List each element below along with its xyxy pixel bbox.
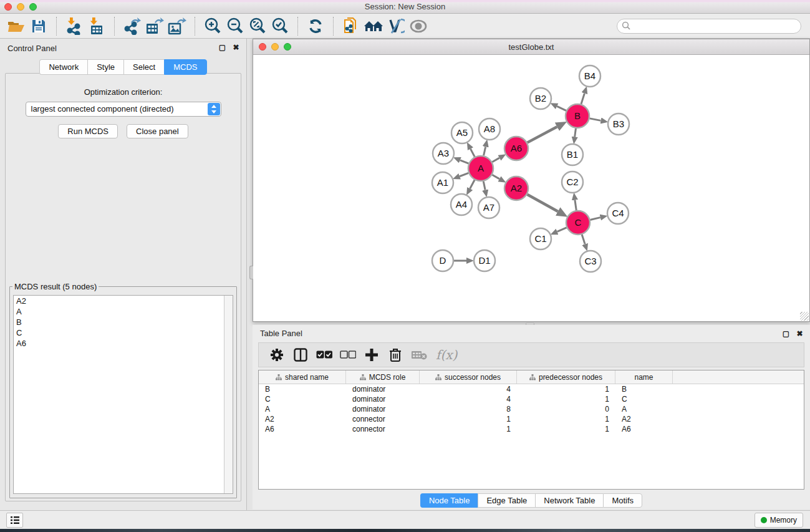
hide-labels-button[interactable] <box>385 16 407 37</box>
tab-style[interactable]: Style <box>87 59 123 75</box>
edge-A2-C[interactable] <box>527 195 557 211</box>
edge-A-A3[interactable] <box>460 160 469 163</box>
network-window-titlebar[interactable]: testGlobe.txt <box>253 39 809 55</box>
edge-A-A8[interactable] <box>484 147 486 155</box>
delete-table-button[interactable] <box>408 344 430 365</box>
task-history-button[interactable] <box>6 513 23 528</box>
table-cell[interactable]: A2 <box>259 415 346 423</box>
table-cell[interactable]: dominator <box>346 385 420 394</box>
node-C4[interactable]: C4 <box>607 203 629 224</box>
float-panel-icon[interactable]: ▢ <box>218 44 226 52</box>
table-cell[interactable]: connector <box>346 415 420 423</box>
table-row[interactable]: Bdominator41B <box>259 384 804 394</box>
table-cell[interactable]: 8 <box>420 405 517 414</box>
result-item[interactable]: C <box>14 327 233 338</box>
optimization-criterion-select[interactable]: largest connected component (directed) <box>26 102 221 117</box>
edge-B-B2[interactable] <box>557 106 566 110</box>
node-A8[interactable]: A8 <box>479 118 500 140</box>
new-session-from-network-button[interactable] <box>340 16 362 37</box>
table-cell[interactable]: 4 <box>420 395 517 404</box>
tool-palette-handle[interactable] <box>249 266 253 279</box>
edge-C-C2[interactable] <box>575 200 576 210</box>
home-button[interactable] <box>362 16 385 37</box>
zoom-fit-button[interactable] <box>246 16 269 37</box>
table-settings-button[interactable] <box>266 344 287 365</box>
table-cell[interactable]: B <box>615 385 673 394</box>
table-cell[interactable]: 1 <box>517 415 615 423</box>
result-item[interactable]: A <box>14 306 233 317</box>
column-header-shared-name[interactable]: shared name <box>259 370 346 384</box>
scrollbar-track[interactable] <box>224 296 233 493</box>
node-A6[interactable]: A6 <box>504 137 528 160</box>
node-A2[interactable]: A2 <box>504 177 528 200</box>
close-panel-icon[interactable]: ✖ <box>796 330 804 338</box>
save-session-button[interactable] <box>27 16 50 37</box>
refresh-button[interactable] <box>304 16 327 37</box>
split-panel-button[interactable] <box>290 344 311 365</box>
select-all-columns-button[interactable] <box>314 344 335 365</box>
node-A[interactable]: A <box>468 156 493 181</box>
table-row[interactable]: A2connector11A2 <box>259 414 804 424</box>
table-cell[interactable]: A <box>615 405 673 414</box>
edge-A-A5[interactable] <box>471 149 475 157</box>
edge-A-A6[interactable] <box>492 158 499 162</box>
edge-A-A4[interactable] <box>470 180 475 189</box>
table-row[interactable]: Cdominator41C <box>259 394 804 404</box>
table-cell[interactable]: dominator <box>346 395 420 404</box>
zoom-out-button[interactable] <box>224 16 246 37</box>
table-cell[interactable]: 1 <box>517 385 615 394</box>
close-panel-icon[interactable]: ✖ <box>232 44 240 52</box>
result-item[interactable]: A6 <box>14 338 233 349</box>
zoom-selected-button[interactable] <box>269 16 291 37</box>
export-table-button[interactable] <box>143 16 166 37</box>
node-D1[interactable]: D1 <box>474 250 495 271</box>
table-cell[interactable]: C <box>259 395 346 404</box>
edge-A-A2[interactable] <box>492 175 499 179</box>
run-mcds-button[interactable]: Run MCDS <box>58 124 118 138</box>
show-graphics-details-button[interactable] <box>407 16 430 37</box>
node-C1[interactable]: C1 <box>530 228 551 249</box>
table-cell[interactable]: 4 <box>420 385 517 394</box>
table-cell[interactable]: A <box>259 405 346 414</box>
window-resize-grip[interactable] <box>800 312 809 321</box>
node-B2[interactable]: B2 <box>530 88 551 109</box>
tab-network-table[interactable]: Network Table <box>535 493 603 508</box>
table-cell[interactable]: 1 <box>420 415 517 423</box>
tab-select[interactable]: Select <box>123 59 164 75</box>
tab-mcds[interactable]: MCDS <box>164 59 206 75</box>
open-session-button[interactable] <box>5 16 27 37</box>
mcds-result-list[interactable]: A2ABCA6 <box>13 295 233 494</box>
add-column-button[interactable] <box>361 344 382 365</box>
tab-motifs[interactable]: Motifs <box>603 493 642 508</box>
edge-A6-B[interactable] <box>528 127 557 142</box>
node-table[interactable]: shared nameMCDS rolesuccessor nodesprede… <box>258 370 804 490</box>
edge-B-B3[interactable] <box>590 118 601 121</box>
edge-A-A1[interactable] <box>460 173 468 176</box>
table-cell[interactable]: connector <box>346 425 420 433</box>
zoom-in-button[interactable] <box>201 16 224 37</box>
table-cell[interactable]: A6 <box>259 425 346 433</box>
node-A4[interactable]: A4 <box>451 194 472 215</box>
network-canvas[interactable]: B4B2BB3A8A5A6A3B1AC2A1A2A4A7C4CC1DD1C3 <box>254 56 809 321</box>
edge-B-B1[interactable] <box>575 128 576 137</box>
node-C3[interactable]: C3 <box>580 251 601 272</box>
table-cell[interactable]: C <box>615 395 673 404</box>
table-cell[interactable]: B <box>259 385 346 394</box>
table-cell[interactable]: 1 <box>517 395 615 404</box>
close-panel-button[interactable]: Close panel <box>127 124 188 138</box>
tab-network[interactable]: Network <box>39 59 87 75</box>
memory-button[interactable]: Memory <box>755 513 803 528</box>
table-cell[interactable]: 1 <box>420 425 517 433</box>
import-table-button[interactable] <box>85 16 108 37</box>
column-header-MCDS-role[interactable]: MCDS role <box>346 370 420 384</box>
table-cell[interactable]: 1 <box>517 425 615 433</box>
unselect-all-columns-button[interactable] <box>337 344 359 365</box>
node-A1[interactable]: A1 <box>432 172 453 193</box>
node-A5[interactable]: A5 <box>451 122 473 143</box>
table-cell[interactable]: dominator <box>346 405 420 414</box>
table-cell[interactable]: A6 <box>615 425 673 433</box>
export-image-button[interactable] <box>166 16 188 37</box>
node-C2[interactable]: C2 <box>562 172 583 193</box>
node-B3[interactable]: B3 <box>608 114 629 135</box>
function-builder-button[interactable]: f(x) <box>436 347 457 362</box>
